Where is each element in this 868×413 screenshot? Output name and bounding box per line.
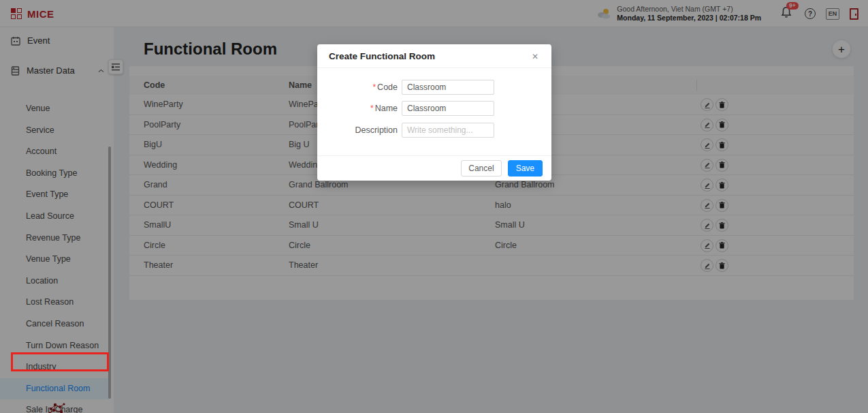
modal-footer: Cancel Save <box>317 155 551 181</box>
code-field-label: *Code <box>317 82 398 92</box>
annotation-highlight-functional-room <box>11 352 109 371</box>
code-field[interactable] <box>402 80 494 95</box>
required-marker: * <box>370 104 374 113</box>
description-field[interactable] <box>402 123 494 138</box>
app-root: MICE Good Afternoon, Viet Nam (GMT +7) M… <box>0 0 868 413</box>
save-button[interactable]: Save <box>508 160 543 177</box>
modal-header: Create Functional Room ✕ <box>317 44 551 68</box>
close-button[interactable]: ✕ <box>527 44 543 68</box>
cancel-button[interactable]: Cancel <box>461 160 501 177</box>
name-field[interactable] <box>402 101 494 116</box>
required-marker: * <box>372 82 376 92</box>
create-functional-room-dialog: Create Functional Room ✕ *Code *Name Des… <box>317 44 551 181</box>
description-field-label: Description <box>317 125 398 135</box>
modal-title: Create Functional Room <box>329 51 435 61</box>
name-field-label: *Name <box>317 104 398 113</box>
close-icon: ✕ <box>532 52 539 61</box>
